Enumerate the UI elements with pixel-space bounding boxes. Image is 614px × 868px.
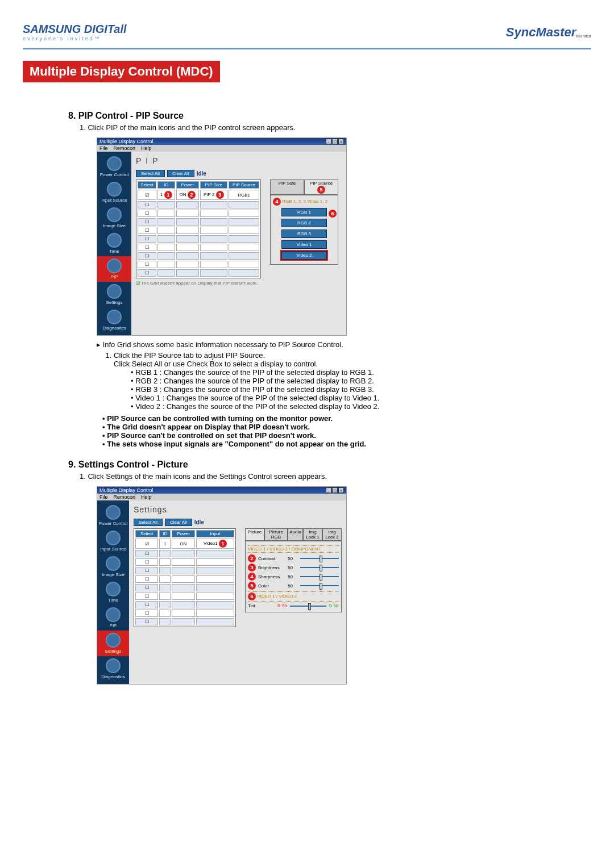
sidebar-item-input-source[interactable]: Input Source — [97, 528, 129, 554]
display-grid[interactable]: SelectIDPowerPIP SizePIP Source ☑ 1 1 ON… — [136, 180, 261, 278]
sidebar-item-diagnostics[interactable]: Diagnostics — [97, 307, 131, 333]
app1-window: Multiple Display Control -□× FileRemocon… — [97, 137, 347, 336]
display-grid[interactable]: SelectIDPowerInput ☑1ON Video1 1 ☐ ☐ ☐ ☐… — [134, 528, 236, 627]
sidebar-item-image-size[interactable]: Image Size — [97, 205, 131, 231]
bold-bullet: PIP Source can't be controlled on set th… — [102, 431, 591, 440]
src-btn-rgb2[interactable]: RGB 2 — [281, 219, 327, 227]
app2-menubar[interactable]: FileRemoconHelp — [97, 494, 346, 500]
bold-bullet: The Grid doesn't appear on Display that … — [102, 423, 591, 431]
callout-2-icon: 2 — [248, 554, 256, 562]
step-1: Click the PIP Source tab to adjust PIP S… — [114, 351, 591, 411]
callout-1-icon: 1 — [219, 540, 227, 548]
tab-img-lock-2[interactable]: Img Lock 2 — [322, 528, 342, 541]
bullet: Video 2 : Changes the source of the PIP … — [131, 402, 591, 411]
sidebar-item-settings[interactable]: Settings — [97, 631, 129, 656]
callout-3-icon: 3 — [216, 191, 224, 199]
tab-picture[interactable]: Picture — [245, 528, 264, 541]
grid-note: The Grid doesn't appear on Display that … — [141, 281, 258, 286]
page-title: Multiple Display Control (MDC) — [23, 61, 220, 82]
clear-all-button[interactable]: Clear All — [167, 170, 194, 177]
tab-img-lock-1[interactable]: Img Lock 1 — [303, 528, 322, 541]
tab-picture-rgb[interactable]: Picture RGB — [264, 528, 288, 541]
sidebar-item-time[interactable]: Time — [97, 579, 129, 605]
status-label: Idle — [194, 519, 204, 525]
callout-3-icon: 3 — [248, 564, 256, 571]
select-all-button[interactable]: Select All — [134, 519, 163, 526]
section8-heading: 8. PIP Control - PIP Source — [68, 111, 591, 121]
subhead2: 6 VIDEO 1 / VIDEO 2 — [248, 591, 339, 602]
app1-menubar[interactable]: FileRemoconHelp — [97, 145, 346, 152]
sidebar-item-power-control[interactable]: Power Control — [97, 503, 129, 528]
callout-4-icon: 4 — [248, 573, 256, 581]
callout-1-icon: 1 — [164, 191, 172, 199]
app2-title: Multiple Display Control — [99, 487, 154, 493]
bullet: RGB 1 : Changes the source of the PIP of… — [131, 368, 591, 377]
tab-audio[interactable]: Audio — [288, 528, 303, 541]
callout-2-icon: 2 — [188, 191, 196, 199]
sidebar-item-pip[interactable]: PIP — [97, 256, 131, 282]
sidebar-item-pip[interactable]: PIP — [97, 605, 129, 631]
product-logo: SyncMasterMonitor — [506, 25, 591, 40]
callout-5-icon: 5 — [248, 582, 256, 590]
src-btn-video1[interactable]: Video 1 — [281, 240, 327, 249]
color-slider[interactable] — [300, 585, 339, 586]
src-btn-rgb3[interactable]: RGB 3 — [281, 229, 327, 238]
tint-slider[interactable] — [290, 606, 326, 607]
subhead1: VIDEO 1 / VIDEO 2 / COMPONENT — [248, 545, 339, 553]
tab-pip-size[interactable]: PIP Size — [270, 180, 304, 195]
callout-4-icon: 4 — [273, 198, 281, 206]
src-btn-video2[interactable]: Video 2 — [281, 251, 327, 260]
clear-all-button[interactable]: Clear All — [165, 519, 192, 526]
sidebar-item-power-control[interactable]: Power Control — [97, 154, 131, 180]
bullet: RGB 2 : Changes the source of the PIP of… — [131, 377, 591, 385]
section9-intro: 1. Click Settings of the main icons and … — [80, 472, 591, 481]
src-btn-rgb1[interactable]: RGB 1 6 — [281, 208, 327, 216]
bold-bullet: PIP Source can be controlled with turnin… — [102, 414, 591, 423]
panel-title: PIP — [136, 156, 342, 165]
section8-intro: 1. Click PIP of the main icons and the P… — [80, 123, 591, 132]
callout-6-icon: 6 — [329, 210, 337, 218]
app2-window: Multiple Display Control -□× FileRemocon… — [97, 486, 347, 685]
sidebar-item-time[interactable]: Time — [97, 231, 131, 256]
window-controls[interactable]: -□× — [325, 139, 344, 144]
tab-pip-source[interactable]: PIP Source 5 — [304, 180, 338, 195]
contrast-slider[interactable] — [300, 558, 339, 559]
select-all-button[interactable]: Select All — [136, 170, 165, 177]
sidebar-item-image-size[interactable]: Image Size — [97, 554, 129, 579]
info-arrow: Info Grid shows some basic information n… — [97, 340, 591, 349]
brightness-slider[interactable] — [300, 567, 339, 568]
status-label: Idle — [197, 170, 206, 177]
sharpness-slider[interactable] — [300, 576, 339, 577]
sidebar-item-settings[interactable]: Settings — [97, 282, 131, 307]
bold-bullet: The sets whose input signals are "Compon… — [102, 440, 591, 448]
panel-title: Settings — [134, 505, 342, 514]
section9-heading: 9. Settings Control - Picture — [68, 460, 591, 470]
table-row: ☑ 1 1 ON 2 PIP 2 3 RGB1 — [138, 190, 259, 200]
callout-5-icon: 5 — [317, 186, 325, 194]
callout-6-icon: 6 — [248, 592, 256, 600]
table-row: ☑1ON Video1 1 — [135, 539, 234, 549]
brand-logo: SAMSUNG DIGITall everyone's invited™ — [23, 23, 127, 41]
sidebar-item-input-source[interactable]: Input Source — [97, 180, 131, 205]
app1-title: Multiple Display Control — [99, 139, 154, 144]
bullet: Video 1 : Changes the source of the PIP … — [131, 394, 591, 402]
window-controls[interactable]: -□× — [325, 487, 344, 493]
bullet: RGB 3 : Changes the source of the PIP of… — [131, 385, 591, 394]
sidebar-item-diagnostics[interactable]: Diagnostics — [97, 656, 129, 682]
